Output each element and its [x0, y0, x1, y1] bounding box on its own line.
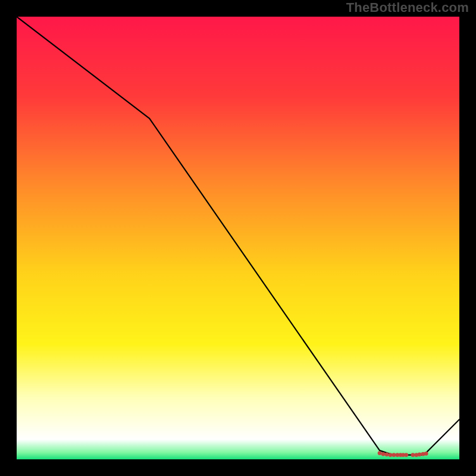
- optimal-marker: [424, 452, 428, 456]
- optimal-marker: [392, 453, 396, 457]
- optimal-marker: [378, 451, 382, 455]
- chart-svg: [17, 17, 459, 459]
- optimal-marker: [411, 453, 415, 457]
- optimal-marker: [385, 452, 389, 456]
- heatmap-background: [17, 17, 459, 459]
- chart-frame: TheBottleneck.com: [0, 0, 476, 476]
- optimal-marker: [381, 452, 386, 456]
- watermark-text: TheBottleneck.com: [346, 0, 469, 15]
- optimal-marker: [404, 453, 408, 457]
- optimal-marker: [389, 453, 393, 457]
- optimal-marker: [418, 452, 422, 456]
- chart-plot: [17, 17, 459, 459]
